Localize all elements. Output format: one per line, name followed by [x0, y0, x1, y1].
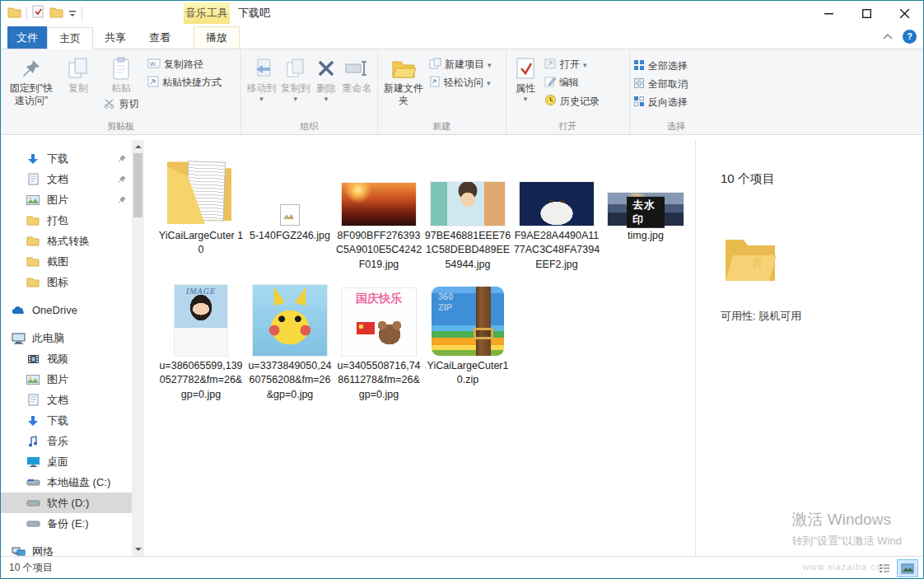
- move-to-icon: [251, 54, 273, 82]
- sidebar-item-onedrive[interactable]: OneDrive: [1, 300, 132, 320]
- scrollbar-thumb[interactable]: [133, 153, 142, 217]
- rename-button[interactable]: 重命名: [340, 53, 374, 95]
- video-icon: [26, 353, 40, 366]
- file-name: F9AE28A4490A1177AC3C48FA7394EEF2.jpg: [513, 229, 600, 272]
- maximize-button[interactable]: [847, 1, 885, 26]
- collapse-ribbon-icon[interactable]: [883, 29, 893, 44]
- new-item-button[interactable]: 新建项目▾: [429, 58, 492, 72]
- sidebar-item-pictures-quick[interactable]: 图片: [1, 189, 132, 210]
- sidebar-item-jietu[interactable]: 截图: [1, 251, 132, 272]
- history-button[interactable]: 历史记录: [544, 94, 600, 109]
- sidebar-item-desktop[interactable]: 桌面: [1, 451, 132, 472]
- invert-selection-button[interactable]: 反向选择: [633, 96, 688, 110]
- sidebar-item-tubiao[interactable]: 图标: [1, 272, 132, 292]
- pin-icon: [118, 194, 127, 207]
- select-all-button[interactable]: 全部选择: [633, 59, 688, 73]
- file-tile-bear[interactable]: 国庆快乐 u=3405508716,748611278&fm=26&gp=0.j…: [335, 277, 422, 402]
- sidebar-item-music[interactable]: 音乐: [1, 431, 132, 451]
- tab-home[interactable]: 主页: [47, 27, 93, 49]
- scroll-down-icon[interactable]: [135, 544, 142, 556]
- file-tile-anime[interactable]: 97BE46881EEE761C58DEBD489EE54944.jpg: [424, 147, 511, 272]
- file-tile-timg[interactable]: 去水印 timg.jpg: [602, 147, 689, 243]
- item-count: 10 个项目: [721, 171, 923, 187]
- sidebar-item-drive-c[interactable]: 本地磁盘 (C:): [1, 472, 132, 493]
- drive-icon: [26, 517, 40, 530]
- download-arrow-icon: [26, 414, 40, 427]
- sidebar-item-downloads-quick[interactable]: 下载: [1, 148, 132, 169]
- system-drive-icon: [26, 476, 40, 489]
- file-tile-cat[interactable]: F9AE28A4490A1177AC3C48FA7394EEF2.jpg: [513, 147, 600, 272]
- sea-thumbnail: 去水印: [608, 193, 684, 226]
- file-tile-zip[interactable]: 360 ZIP YiCaiLargeCuter10.zip: [424, 277, 511, 388]
- tab-file[interactable]: 文件: [7, 26, 47, 49]
- paste-button[interactable]: 粘贴: [100, 53, 142, 95]
- copy-button[interactable]: 复制: [57, 53, 100, 95]
- delete-x-icon: [316, 54, 336, 82]
- tab-share[interactable]: 共享: [93, 26, 138, 49]
- sidebar-item-documents-quick[interactable]: 文档: [1, 169, 132, 189]
- file-tile-portrait[interactable]: IMAGE u=386065599,1390527782&fm=26&gp=0.…: [157, 277, 245, 402]
- details-view-button[interactable]: [874, 559, 895, 577]
- properties-icon[interactable]: [32, 5, 44, 21]
- minimize-button[interactable]: [810, 1, 847, 26]
- sidebar-item-dabao[interactable]: 打包: [1, 210, 132, 231]
- properties-button[interactable]: 属性▾: [510, 53, 541, 104]
- easy-access-button[interactable]: 轻松访问▾: [429, 76, 492, 90]
- file-tile-pikachu[interactable]: u=3373849050,2460756208&fm=26&gp=0.jpg: [246, 277, 334, 402]
- open-button[interactable]: 打开▾: [544, 58, 600, 72]
- availability-text: 可用性: 脱机可用: [721, 309, 923, 324]
- folder-icon: [26, 276, 40, 289]
- pikachu-thumbnail: [253, 285, 327, 356]
- file-tile-broken-image[interactable]: 5-140FGZ246.jpg: [246, 147, 334, 243]
- anime-thumbnail: [431, 182, 505, 226]
- tab-play[interactable]: 播放: [194, 26, 240, 49]
- file-tile-folder[interactable]: YiCaiLargeCuter 10: [157, 147, 245, 258]
- window-title: 下载吧: [238, 6, 270, 21]
- bear-thumbnail: 国庆快乐: [342, 288, 416, 356]
- sidebar-item-downloads[interactable]: 下载: [1, 410, 132, 431]
- properties-check-icon: [516, 54, 535, 82]
- sidebar-item-geshizhuanhuan[interactable]: 格式转换: [1, 231, 132, 251]
- sidebar-scrollbar[interactable]: [132, 140, 144, 556]
- sidebar-item-pictures[interactable]: 图片: [1, 369, 132, 390]
- move-to-button[interactable]: 移动到▾: [245, 53, 278, 104]
- details-pane: 10 个项目 可用性: 脱机可用: [695, 140, 923, 556]
- select-none-button[interactable]: 全部取消: [633, 77, 688, 91]
- status-bar: 10 个项目: [1, 556, 923, 578]
- group-label-new: 新建: [378, 120, 506, 133]
- delete-button[interactable]: 删除▾: [312, 53, 339, 104]
- window-controls: [810, 1, 923, 26]
- file-name: 97BE46881EEE761C58DEBD489EE54944.jpg: [424, 229, 511, 272]
- pin-to-quick-access-button[interactable]: 固定到"快速访问": [6, 53, 57, 107]
- open-icon: [544, 58, 557, 72]
- large-folder-icon: [721, 230, 923, 287]
- sidebar-item-drive-d[interactable]: 软件 (D:): [1, 493, 132, 513]
- cut-button[interactable]: 剪切: [104, 97, 139, 111]
- sidebar-item-videos[interactable]: 视频: [1, 348, 132, 369]
- folder-icon[interactable]: [7, 6, 21, 21]
- thumbnail-view-button[interactable]: [897, 559, 918, 577]
- computer-icon: [11, 332, 26, 345]
- file-tile-sunset[interactable]: 8F090BFF276393C5A9010E5C4242F019.jpg: [335, 147, 422, 272]
- customize-toolbar-icon[interactable]: [68, 6, 77, 21]
- sidebar-item-documents[interactable]: 文档: [1, 390, 132, 410]
- sidebar-item-this-pc[interactable]: 此电脑: [1, 328, 132, 348]
- folder-icon: [26, 235, 40, 248]
- cat-thumbnail: [520, 182, 594, 226]
- tab-view[interactable]: 查看: [138, 26, 182, 49]
- paste-shortcut-button[interactable]: 粘贴快捷方式: [147, 76, 222, 90]
- file-name: u=3405508716,748611278&fm=26&gp=0.jpg: [335, 359, 422, 402]
- help-icon[interactable]: ?: [903, 30, 917, 44]
- paste-shortcut-icon: [147, 76, 159, 90]
- edit-button[interactable]: 编辑: [544, 76, 600, 90]
- new-folder-icon[interactable]: [49, 6, 63, 21]
- scroll-up-icon[interactable]: [135, 140, 142, 152]
- sidebar-item-drive-e[interactable]: 备份 (E:): [1, 513, 132, 534]
- new-folder-button[interactable]: 新建文件夹: [381, 53, 426, 107]
- contextual-tab-header[interactable]: 音乐工具: [184, 2, 230, 24]
- copy-to-button[interactable]: 复制到▾: [278, 53, 312, 104]
- drive-icon: [26, 497, 40, 510]
- select-all-icon: [633, 59, 645, 73]
- close-button[interactable]: [885, 1, 923, 26]
- copy-path-button[interactable]: W.. 复制路径: [147, 58, 222, 72]
